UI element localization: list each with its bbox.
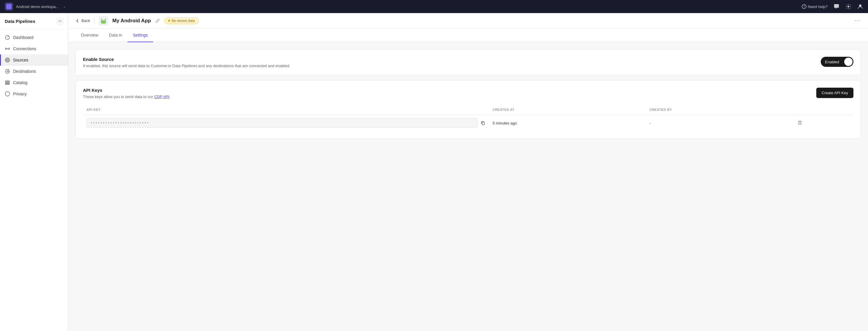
- sidebar-item-dashboard[interactable]: Dashboard: [0, 32, 68, 43]
- col-actions: [794, 105, 854, 115]
- svg-rect-10: [5, 81, 9, 82]
- sidebar-item-connections[interactable]: Connections: [0, 43, 68, 54]
- header-divider: [94, 17, 95, 24]
- destinations-icon: [5, 69, 10, 74]
- table-row: •••••••••••••••••••••••• 5 minutes ago -: [83, 115, 854, 132]
- api-key-cell: ••••••••••••••••••••••••: [83, 115, 489, 132]
- created-by-cell: -: [646, 115, 794, 132]
- sidebar-item-destinations[interactable]: Destinations: [0, 66, 68, 77]
- connections-icon: [5, 46, 10, 52]
- sources-icon: [5, 57, 10, 63]
- app-icon: [99, 16, 108, 26]
- back-label: Back: [82, 19, 90, 23]
- enable-source-title: Enable Source: [83, 57, 290, 62]
- svg-point-2: [847, 6, 849, 7]
- workspace-name[interactable]: Android demo workspa...: [16, 4, 59, 9]
- svg-point-5: [5, 48, 7, 49]
- tab-overview[interactable]: Overview: [75, 29, 103, 42]
- tabs-bar: Overview Data in Settings: [68, 29, 868, 42]
- topbar: Android demo workspa... ⌄ ? Need help?: [0, 0, 868, 13]
- sidebar-item-sources[interactable]: Sources: [0, 54, 68, 66]
- main-content: Enable Source If enabled, this source wi…: [68, 42, 868, 331]
- sidebar-item-label: Connections: [13, 46, 36, 51]
- svg-point-8: [6, 59, 8, 61]
- svg-point-7: [5, 58, 9, 62]
- sidebar-title: Data Pipelines: [5, 19, 35, 24]
- copy-icon[interactable]: [481, 121, 486, 125]
- catalog-icon: [5, 80, 10, 85]
- col-created-by: CREATED BY: [646, 105, 794, 115]
- delete-cell: [794, 115, 854, 132]
- api-keys-description: These keys allow you to send data to our…: [83, 95, 170, 99]
- svg-point-18: [104, 21, 105, 22]
- workspace-chevron-icon[interactable]: ⌄: [63, 4, 66, 9]
- tab-data-in[interactable]: Data in: [103, 29, 127, 42]
- sidebar-item-privacy[interactable]: Privacy: [0, 88, 68, 100]
- user-icon[interactable]: [857, 4, 863, 9]
- sidebar-collapse-button[interactable]: [57, 18, 63, 24]
- toggle-knob: [844, 58, 852, 66]
- help-link[interactable]: ? Need help?: [802, 4, 828, 9]
- enable-source-description: If enabled, this source will send data t…: [83, 64, 290, 68]
- privacy-icon: [5, 91, 10, 97]
- content-area: Back My Android App: [68, 13, 868, 331]
- sidebar-item-catalog[interactable]: Catalog: [0, 77, 68, 88]
- svg-point-6: [8, 48, 10, 49]
- tab-settings[interactable]: Settings: [127, 29, 153, 42]
- svg-point-17: [102, 21, 103, 22]
- content-header: Back My Android App: [68, 13, 868, 29]
- dashboard-icon: [5, 35, 10, 40]
- col-created-at: CREATED AT: [489, 105, 646, 115]
- sidebar-nav: Dashboard Connections Sources: [0, 29, 68, 331]
- sidebar-header: Data Pipelines: [0, 13, 68, 29]
- status-dot-icon: [168, 20, 170, 22]
- toggle-label: Enabled: [821, 58, 843, 66]
- svg-rect-12: [5, 84, 9, 85]
- sidebar-item-label: Privacy: [13, 92, 27, 96]
- more-options-button[interactable]: ···: [855, 18, 861, 24]
- api-key-value: ••••••••••••••••••••••••: [87, 118, 478, 128]
- chat-icon[interactable]: [834, 4, 839, 9]
- svg-rect-19: [482, 122, 485, 125]
- status-label: No recent data: [172, 19, 195, 23]
- created-at-cell: 5 minutes ago: [489, 115, 646, 132]
- sidebar-item-label: Dashboard: [13, 35, 34, 40]
- enable-source-card: Enable Source If enabled, this source wi…: [75, 49, 861, 75]
- enable-source-toggle[interactable]: Enabled: [821, 57, 854, 67]
- help-icon: ?: [802, 4, 806, 9]
- create-api-key-button[interactable]: Create API Key: [816, 88, 854, 98]
- api-keys-table: API KEY CREATED AT CREATED BY ••••••••••…: [83, 105, 854, 131]
- svg-rect-11: [5, 82, 9, 83]
- sidebar-item-label: Destinations: [13, 69, 36, 74]
- api-keys-title: API Keys: [83, 88, 170, 93]
- logo[interactable]: [5, 2, 13, 11]
- settings-icon[interactable]: [845, 4, 851, 9]
- svg-rect-16: [101, 20, 106, 24]
- api-keys-card: API Keys These keys allow you to send da…: [75, 80, 861, 139]
- back-button[interactable]: Back: [75, 19, 90, 23]
- svg-text:?: ?: [803, 5, 805, 8]
- cdp-api-link[interactable]: CDP API: [154, 95, 169, 99]
- sidebar: Data Pipelines Dashboard: [0, 13, 68, 331]
- delete-icon[interactable]: [798, 120, 802, 125]
- sidebar-item-label: Sources: [13, 58, 28, 62]
- sidebar-item-label: Catalog: [13, 80, 27, 85]
- col-api-key: API KEY: [83, 105, 489, 115]
- svg-point-3: [859, 4, 862, 7]
- edit-icon[interactable]: [155, 19, 160, 23]
- status-badge: No recent data: [164, 18, 199, 24]
- app-title: My Android App: [112, 18, 151, 24]
